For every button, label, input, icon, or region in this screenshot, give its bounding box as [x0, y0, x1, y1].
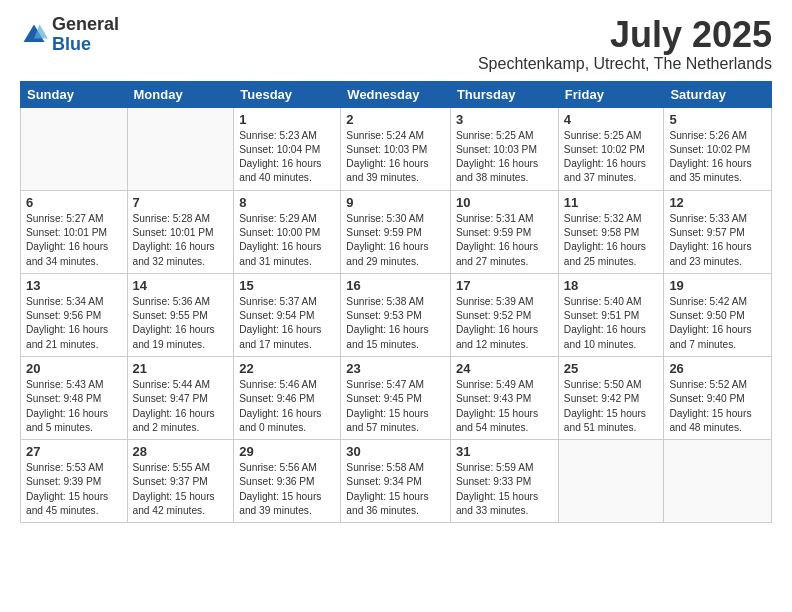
day-content: Sunrise: 5:23 AM Sunset: 10:04 PM Daylig… — [239, 129, 335, 186]
day-content: Sunrise: 5:38 AM Sunset: 9:53 PM Dayligh… — [346, 295, 445, 352]
calendar-cell: 9Sunrise: 5:30 AM Sunset: 9:59 PM Daylig… — [341, 190, 451, 273]
day-number: 14 — [133, 278, 229, 293]
day-number: 20 — [26, 361, 122, 376]
calendar-cell: 6Sunrise: 5:27 AM Sunset: 10:01 PM Dayli… — [21, 190, 128, 273]
weekday-header-saturday: Saturday — [664, 81, 772, 107]
header: General Blue July 2025 Spechtenkamp, Utr… — [20, 15, 772, 73]
calendar-cell: 1Sunrise: 5:23 AM Sunset: 10:04 PM Dayli… — [234, 107, 341, 190]
day-content: Sunrise: 5:55 AM Sunset: 9:37 PM Dayligh… — [133, 461, 229, 518]
day-number: 16 — [346, 278, 445, 293]
calendar-cell: 18Sunrise: 5:40 AM Sunset: 9:51 PM Dayli… — [558, 273, 664, 356]
day-number: 19 — [669, 278, 766, 293]
calendar-week-row: 6Sunrise: 5:27 AM Sunset: 10:01 PM Dayli… — [21, 190, 772, 273]
calendar-cell: 29Sunrise: 5:56 AM Sunset: 9:36 PM Dayli… — [234, 440, 341, 523]
day-number: 27 — [26, 444, 122, 459]
weekday-header-wednesday: Wednesday — [341, 81, 451, 107]
logo-general: General — [52, 15, 119, 35]
calendar-cell: 16Sunrise: 5:38 AM Sunset: 9:53 PM Dayli… — [341, 273, 451, 356]
subtitle: Spechtenkamp, Utrecht, The Netherlands — [478, 55, 772, 73]
day-content: Sunrise: 5:28 AM Sunset: 10:01 PM Daylig… — [133, 212, 229, 269]
weekday-header-tuesday: Tuesday — [234, 81, 341, 107]
weekday-header-monday: Monday — [127, 81, 234, 107]
day-content: Sunrise: 5:25 AM Sunset: 10:02 PM Daylig… — [564, 129, 659, 186]
calendar-cell: 25Sunrise: 5:50 AM Sunset: 9:42 PM Dayli… — [558, 356, 664, 439]
day-content: Sunrise: 5:26 AM Sunset: 10:02 PM Daylig… — [669, 129, 766, 186]
day-number: 7 — [133, 195, 229, 210]
day-number: 8 — [239, 195, 335, 210]
day-content: Sunrise: 5:33 AM Sunset: 9:57 PM Dayligh… — [669, 212, 766, 269]
calendar-cell: 23Sunrise: 5:47 AM Sunset: 9:45 PM Dayli… — [341, 356, 451, 439]
weekday-header-friday: Friday — [558, 81, 664, 107]
day-content: Sunrise: 5:29 AM Sunset: 10:00 PM Daylig… — [239, 212, 335, 269]
main-title: July 2025 — [478, 15, 772, 55]
day-number: 21 — [133, 361, 229, 376]
day-content: Sunrise: 5:53 AM Sunset: 9:39 PM Dayligh… — [26, 461, 122, 518]
calendar-cell — [21, 107, 128, 190]
day-content: Sunrise: 5:32 AM Sunset: 9:58 PM Dayligh… — [564, 212, 659, 269]
logo-text: General Blue — [52, 15, 119, 55]
calendar-cell: 3Sunrise: 5:25 AM Sunset: 10:03 PM Dayli… — [450, 107, 558, 190]
calendar-cell: 21Sunrise: 5:44 AM Sunset: 9:47 PM Dayli… — [127, 356, 234, 439]
day-number: 31 — [456, 444, 553, 459]
day-number: 3 — [456, 112, 553, 127]
day-content: Sunrise: 5:27 AM Sunset: 10:01 PM Daylig… — [26, 212, 122, 269]
day-number: 13 — [26, 278, 122, 293]
day-content: Sunrise: 5:40 AM Sunset: 9:51 PM Dayligh… — [564, 295, 659, 352]
day-number: 30 — [346, 444, 445, 459]
day-content: Sunrise: 5:47 AM Sunset: 9:45 PM Dayligh… — [346, 378, 445, 435]
day-content: Sunrise: 5:36 AM Sunset: 9:55 PM Dayligh… — [133, 295, 229, 352]
calendar-cell: 30Sunrise: 5:58 AM Sunset: 9:34 PM Dayli… — [341, 440, 451, 523]
calendar-cell: 14Sunrise: 5:36 AM Sunset: 9:55 PM Dayli… — [127, 273, 234, 356]
calendar-cell: 10Sunrise: 5:31 AM Sunset: 9:59 PM Dayli… — [450, 190, 558, 273]
day-content: Sunrise: 5:52 AM Sunset: 9:40 PM Dayligh… — [669, 378, 766, 435]
day-content: Sunrise: 5:42 AM Sunset: 9:50 PM Dayligh… — [669, 295, 766, 352]
day-content: Sunrise: 5:25 AM Sunset: 10:03 PM Daylig… — [456, 129, 553, 186]
day-number: 5 — [669, 112, 766, 127]
day-content: Sunrise: 5:50 AM Sunset: 9:42 PM Dayligh… — [564, 378, 659, 435]
day-number: 29 — [239, 444, 335, 459]
day-content: Sunrise: 5:56 AM Sunset: 9:36 PM Dayligh… — [239, 461, 335, 518]
calendar-cell: 11Sunrise: 5:32 AM Sunset: 9:58 PM Dayli… — [558, 190, 664, 273]
calendar-cell: 4Sunrise: 5:25 AM Sunset: 10:02 PM Dayli… — [558, 107, 664, 190]
day-content: Sunrise: 5:30 AM Sunset: 9:59 PM Dayligh… — [346, 212, 445, 269]
calendar-cell: 28Sunrise: 5:55 AM Sunset: 9:37 PM Dayli… — [127, 440, 234, 523]
calendar-cell: 5Sunrise: 5:26 AM Sunset: 10:02 PM Dayli… — [664, 107, 772, 190]
day-number: 22 — [239, 361, 335, 376]
calendar-cell — [558, 440, 664, 523]
calendar-cell: 13Sunrise: 5:34 AM Sunset: 9:56 PM Dayli… — [21, 273, 128, 356]
day-number: 28 — [133, 444, 229, 459]
calendar-cell: 17Sunrise: 5:39 AM Sunset: 9:52 PM Dayli… — [450, 273, 558, 356]
day-number: 26 — [669, 361, 766, 376]
calendar-cell: 24Sunrise: 5:49 AM Sunset: 9:43 PM Dayli… — [450, 356, 558, 439]
weekday-header-sunday: Sunday — [21, 81, 128, 107]
day-number: 12 — [669, 195, 766, 210]
day-content: Sunrise: 5:34 AM Sunset: 9:56 PM Dayligh… — [26, 295, 122, 352]
page: General Blue July 2025 Spechtenkamp, Utr… — [0, 0, 792, 538]
day-number: 17 — [456, 278, 553, 293]
day-number: 24 — [456, 361, 553, 376]
day-number: 4 — [564, 112, 659, 127]
calendar-cell: 20Sunrise: 5:43 AM Sunset: 9:48 PM Dayli… — [21, 356, 128, 439]
calendar-header-row: SundayMondayTuesdayWednesdayThursdayFrid… — [21, 81, 772, 107]
day-number: 18 — [564, 278, 659, 293]
day-number: 11 — [564, 195, 659, 210]
day-number: 2 — [346, 112, 445, 127]
day-number: 15 — [239, 278, 335, 293]
day-number: 1 — [239, 112, 335, 127]
day-content: Sunrise: 5:31 AM Sunset: 9:59 PM Dayligh… — [456, 212, 553, 269]
calendar-week-row: 27Sunrise: 5:53 AM Sunset: 9:39 PM Dayli… — [21, 440, 772, 523]
day-content: Sunrise: 5:37 AM Sunset: 9:54 PM Dayligh… — [239, 295, 335, 352]
day-content: Sunrise: 5:24 AM Sunset: 10:03 PM Daylig… — [346, 129, 445, 186]
calendar-week-row: 20Sunrise: 5:43 AM Sunset: 9:48 PM Dayli… — [21, 356, 772, 439]
day-number: 6 — [26, 195, 122, 210]
logo-blue: Blue — [52, 35, 119, 55]
calendar-cell: 26Sunrise: 5:52 AM Sunset: 9:40 PM Dayli… — [664, 356, 772, 439]
calendar-cell: 7Sunrise: 5:28 AM Sunset: 10:01 PM Dayli… — [127, 190, 234, 273]
logo: General Blue — [20, 15, 119, 55]
day-content: Sunrise: 5:49 AM Sunset: 9:43 PM Dayligh… — [456, 378, 553, 435]
day-number: 10 — [456, 195, 553, 210]
logo-icon — [20, 21, 48, 49]
calendar-week-row: 13Sunrise: 5:34 AM Sunset: 9:56 PM Dayli… — [21, 273, 772, 356]
calendar-cell: 12Sunrise: 5:33 AM Sunset: 9:57 PM Dayli… — [664, 190, 772, 273]
calendar-cell: 19Sunrise: 5:42 AM Sunset: 9:50 PM Dayli… — [664, 273, 772, 356]
